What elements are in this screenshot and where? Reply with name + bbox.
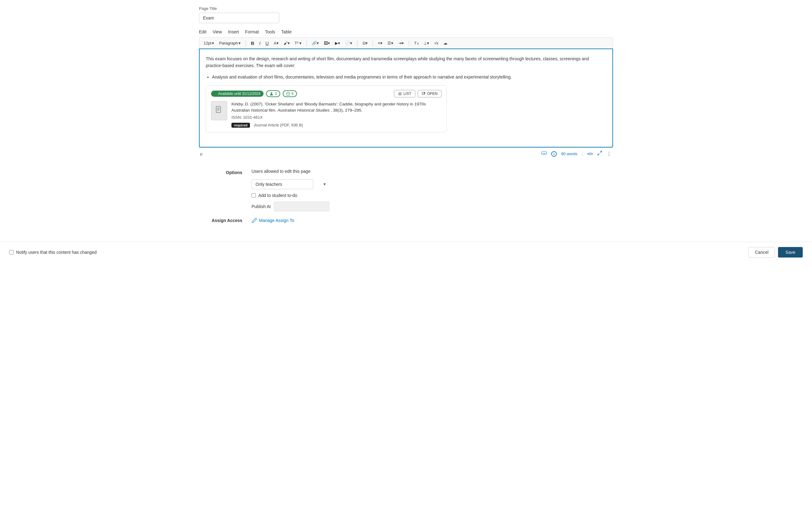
available-badge: Available until 31/12/2024 xyxy=(211,90,264,97)
indent-button[interactable]: ⇥▾ xyxy=(397,40,406,46)
options-section: Options Users allowed to edit this page … xyxy=(199,169,613,211)
list-icon xyxy=(398,92,402,96)
image-button[interactable]: 🖼▾ xyxy=(322,40,332,46)
expand-icon[interactable] xyxy=(597,151,602,157)
editor-body-text: This exam focuses on the design, researc… xyxy=(206,55,606,69)
element-indicator: p xyxy=(200,152,202,156)
svg-rect-12 xyxy=(542,152,547,155)
status-bar: p i 90 words | </> ⋮ xyxy=(199,148,613,159)
svg-line-7 xyxy=(424,93,425,94)
menu-tools[interactable]: Tools xyxy=(265,29,275,34)
notify-label: Notify users that this content has chang… xyxy=(16,250,97,255)
reading-issn: ISSN: 1031-461X xyxy=(232,115,441,120)
editor-list: Analysis and evaluation of short films, … xyxy=(212,74,606,80)
superscript-button[interactable]: T² ▾ xyxy=(293,40,304,46)
student-todo-label: Add to student to-do xyxy=(258,193,297,198)
document-icon xyxy=(215,106,223,114)
open-button[interactable]: OPEN xyxy=(418,90,441,97)
student-todo-checkbox[interactable] xyxy=(251,193,256,198)
student-todo-row: Add to student to-do xyxy=(251,193,329,198)
toolbar-separator-2 xyxy=(306,40,307,46)
italic-button[interactable]: I xyxy=(258,40,262,47)
link-button[interactable]: 🔗▾ xyxy=(310,40,321,46)
reading-thumbnail xyxy=(211,101,227,120)
svg-point-0 xyxy=(271,92,272,94)
svg-line-19 xyxy=(598,153,599,155)
svg-rect-6 xyxy=(422,93,425,95)
publish-at-input[interactable] xyxy=(274,202,329,211)
embed-button[interactable]: 📄▾ xyxy=(343,40,354,46)
save-button[interactable]: Save xyxy=(778,247,803,258)
assign-icon xyxy=(251,218,257,223)
toolbar-separator-3 xyxy=(357,40,357,46)
reading-card-header: Available until 31/12/2024 3 9 LIST xyxy=(211,90,441,97)
cancel-button[interactable]: Cancel xyxy=(748,247,775,258)
badge-group: Available until 31/12/2024 3 9 xyxy=(211,90,297,97)
editor-toolbar: 12pt ▾ Paragraph ▾ B I U A▾ 🖌▾ T² ▾ 🔗▾ 🖼… xyxy=(199,37,613,49)
keyboard-icon[interactable] xyxy=(541,150,547,157)
toolbar-separator-4 xyxy=(373,40,373,46)
green-dot-icon xyxy=(214,93,217,95)
options-label: Options xyxy=(211,169,242,175)
status-bar-right: i 90 words | </> ⋮ xyxy=(541,150,612,157)
notify-checkbox[interactable] xyxy=(9,250,13,255)
thumbnail-placeholder xyxy=(215,106,223,115)
underline-button[interactable]: U xyxy=(264,40,271,47)
align-button[interactable]: ≡▾ xyxy=(376,40,384,46)
toolbar-separator-1 xyxy=(246,40,246,46)
card-actions: LIST OPEN xyxy=(394,90,441,97)
special-chars-button[interactable]: Ω▾ xyxy=(360,40,370,46)
menu-insert[interactable]: Insert xyxy=(228,29,239,34)
publish-at-label: Publish At xyxy=(251,204,271,209)
user-count-badge: 3 xyxy=(266,90,280,97)
font-size-selector[interactable]: 12pt ▾ xyxy=(202,40,216,46)
reading-info: Kirkby, D. (2007). 'Ocker Sheilahs' and … xyxy=(232,101,441,128)
separator: | xyxy=(582,152,583,156)
list-button[interactable]: ☰▾ xyxy=(386,40,395,46)
paragraph-selector[interactable]: Paragraph ▾ xyxy=(217,40,243,46)
more-options-icon[interactable]: ⋮ xyxy=(606,151,612,157)
list-item: Analysis and evaluation of short films, … xyxy=(212,74,606,80)
users-allowed-select[interactable]: Only teachers Teachers and students xyxy=(251,179,313,189)
edit-count-badge: 9 xyxy=(283,90,297,97)
cloud-button[interactable]: ☁ xyxy=(441,40,449,46)
style-group: Tx ⊥▾ √x ☁ xyxy=(412,40,449,46)
menu-table[interactable]: Table xyxy=(281,29,291,34)
notify-section: Notify users that this content has chang… xyxy=(9,250,97,255)
page-title-label: Page Title xyxy=(199,6,613,11)
toolbar-separator-5 xyxy=(409,40,409,46)
font-size-group: 12pt ▾ Paragraph ▾ xyxy=(202,40,243,46)
manage-assign-to-link[interactable]: Manage Assign To xyxy=(251,218,294,223)
menu-bar: Edit View Insert Format Tools Table xyxy=(199,29,613,34)
svg-line-18 xyxy=(600,151,602,153)
clear-format-button[interactable]: Tx xyxy=(412,40,421,46)
reading-card-body: Kirkby, D. (2007). 'Ocker Sheilahs' and … xyxy=(211,101,441,128)
text-color-button[interactable]: A▾ xyxy=(272,40,280,46)
math-button[interactable]: √x xyxy=(432,40,440,46)
info-icon[interactable]: i xyxy=(551,151,557,157)
options-content: Users allowed to edit this page Only tea… xyxy=(251,169,329,211)
editor-area[interactable]: This exam focuses on the design, researc… xyxy=(199,49,613,148)
page-title-input[interactable] xyxy=(199,13,279,23)
edit-icon xyxy=(286,92,290,96)
list-button[interactable]: LIST xyxy=(394,90,415,97)
chevron-down-icon: ▼ xyxy=(323,182,326,186)
open-icon xyxy=(422,92,426,96)
special-group: Ω▾ xyxy=(360,40,370,46)
menu-format[interactable]: Format xyxy=(245,29,259,34)
users-select-wrap: Only teachers Teachers and students ▼ xyxy=(251,179,329,189)
menu-edit[interactable]: Edit xyxy=(199,29,207,34)
code-icon[interactable]: </> xyxy=(587,152,593,156)
options-row: Options Users allowed to edit this page … xyxy=(211,169,613,211)
menu-view[interactable]: View xyxy=(213,29,222,34)
user-icon xyxy=(269,92,273,96)
table-insert-button[interactable]: ⊥▾ xyxy=(422,40,431,46)
reading-title: Kirkby, D. (2007). 'Ocker Sheilahs' and … xyxy=(232,101,441,114)
word-count: 90 words xyxy=(561,152,577,156)
highlight-button[interactable]: 🖌▾ xyxy=(282,40,292,46)
bottom-bar: Notify users that this content has chang… xyxy=(0,242,812,262)
page-title-section: Page Title xyxy=(199,6,613,29)
bold-button[interactable]: B xyxy=(249,40,256,47)
media-button[interactable]: ▶▾ xyxy=(333,40,342,46)
reading-type: Journal Article (PDF, 936 B) xyxy=(254,123,303,127)
